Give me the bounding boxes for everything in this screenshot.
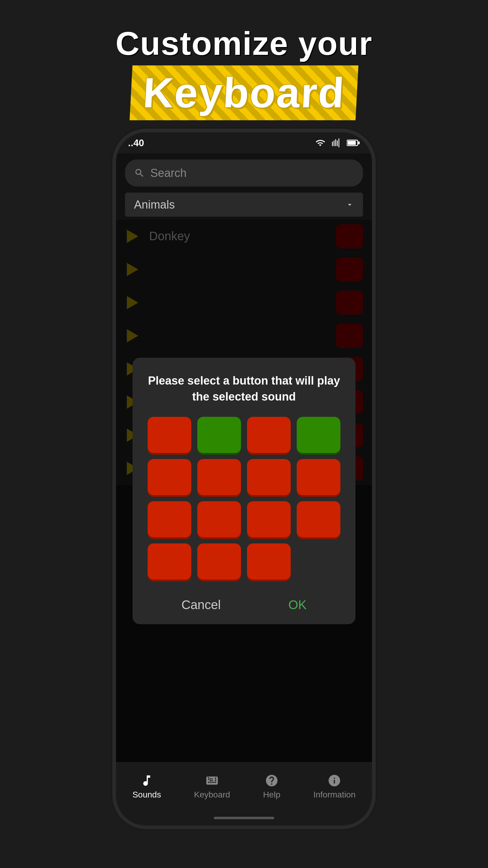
- status-time: ..40: [128, 137, 144, 149]
- nav-item-keyboard[interactable]: Keyboard: [194, 774, 230, 800]
- nav-item-help[interactable]: Help: [263, 774, 281, 800]
- nav-label-keyboard: Keyboard: [194, 790, 230, 800]
- chevron-down-icon: [346, 200, 354, 209]
- grid-btn-6[interactable]: [197, 459, 241, 495]
- home-bar: [214, 817, 274, 819]
- phone-frame: ..40 Search: [116, 132, 372, 826]
- modal-dialog: Please select a button that will play th…: [133, 358, 355, 624]
- help-icon: [263, 774, 280, 787]
- grid-btn-14[interactable]: [197, 544, 241, 580]
- page-wrapper: Customize your Keyboard ..40: [0, 0, 488, 868]
- ok-button[interactable]: OK: [276, 595, 319, 615]
- modal-actions: Cancel OK: [148, 592, 340, 615]
- grid-btn-2[interactable]: [197, 417, 241, 453]
- search-placeholder: Search: [150, 167, 187, 180]
- sound-list: Donkey: [116, 220, 372, 762]
- nav-item-sounds[interactable]: Sounds: [133, 774, 161, 800]
- grid-btn-10[interactable]: [197, 501, 241, 537]
- grid-btn-12[interactable]: [297, 501, 340, 537]
- modal-overlay[interactable]: Please select a button that will play th…: [116, 220, 372, 762]
- keyboard-icon: [204, 774, 221, 787]
- nav-label-sounds: Sounds: [133, 790, 161, 800]
- category-label: Animals: [134, 198, 175, 211]
- nav-label-help: Help: [263, 790, 281, 800]
- keyboard-banner: Keyboard: [130, 65, 358, 120]
- button-grid: [148, 417, 340, 580]
- signal-icon: [331, 138, 342, 148]
- svg-rect-2: [358, 141, 360, 144]
- grid-btn-3[interactable]: [247, 417, 291, 453]
- grid-btn-7[interactable]: [247, 459, 291, 495]
- wifi-icon: [314, 138, 326, 148]
- search-bar[interactable]: Search: [125, 159, 363, 187]
- grid-btn-5[interactable]: [148, 459, 191, 495]
- modal-title: Please select a button that will play th…: [148, 373, 340, 405]
- header-line1: Customize your: [116, 24, 372, 62]
- grid-btn-13[interactable]: [148, 544, 191, 580]
- header-line2: Keyboard: [142, 69, 346, 116]
- search-icon: [134, 167, 145, 179]
- grid-btn-4[interactable]: [297, 417, 340, 453]
- info-icon: [326, 774, 343, 787]
- grid-btn-1[interactable]: [148, 417, 191, 453]
- status-bar: ..40: [116, 132, 372, 153]
- music-note-icon: [138, 774, 155, 787]
- home-indicator: [116, 810, 372, 826]
- nav-item-information[interactable]: Information: [313, 774, 355, 800]
- grid-btn-9[interactable]: [148, 501, 191, 537]
- bottom-nav: Sounds Keyboard Help Information: [116, 762, 372, 810]
- grid-btn-8[interactable]: [297, 459, 340, 495]
- grid-btn-15[interactable]: [247, 544, 291, 580]
- category-dropdown[interactable]: Animals: [125, 193, 363, 217]
- header-section: Customize your Keyboard: [116, 24, 372, 120]
- cancel-button[interactable]: Cancel: [169, 595, 233, 615]
- status-icons: [314, 138, 360, 148]
- nav-label-information: Information: [313, 790, 355, 800]
- svg-rect-1: [348, 141, 356, 145]
- grid-btn-11[interactable]: [247, 501, 291, 537]
- battery-icon: [347, 138, 360, 147]
